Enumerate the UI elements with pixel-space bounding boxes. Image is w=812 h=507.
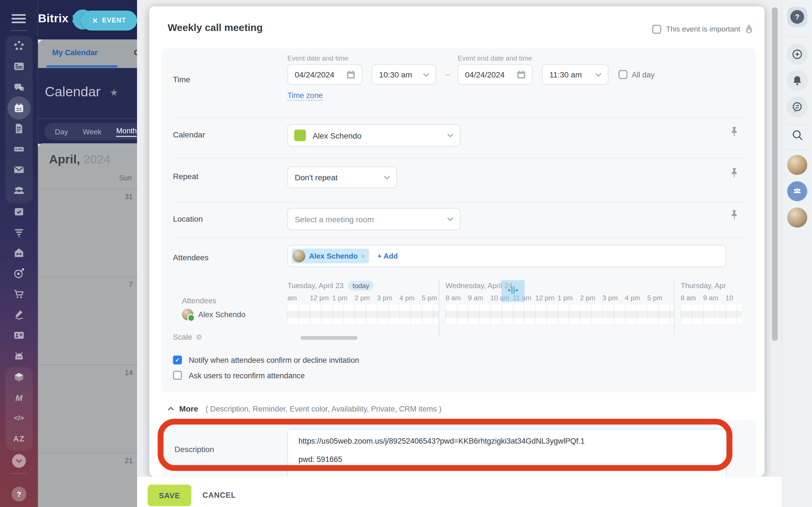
calendar-row-label: Calendar — [173, 130, 205, 139]
end-time-select[interactable]: 11:30 am — [542, 64, 608, 85]
hour-label: 10 — [725, 294, 742, 302]
documents-icon[interactable] — [13, 123, 25, 134]
day-header: Tuesday, April 23 — [287, 281, 343, 290]
bell-icon — [792, 75, 803, 87]
divider — [173, 237, 743, 238]
mail-icon[interactable] — [13, 164, 25, 175]
sales-icon[interactable] — [13, 288, 25, 300]
location-select[interactable]: Select a meeting room — [287, 208, 460, 230]
star-icon: ★ — [110, 87, 118, 99]
reconfirm-checkbox[interactable] — [173, 371, 182, 380]
calendar-day-cell: 7 — [38, 277, 137, 364]
modal-scrollbar[interactable] — [772, 7, 778, 341]
hub-icon[interactable] — [13, 40, 25, 52]
repeat-select-value: Don't repeat — [288, 173, 384, 182]
attendees-input[interactable]: Alex Schendo x + Add — [287, 245, 726, 267]
end-date-field[interactable]: 04/24/2024 — [458, 64, 532, 85]
pin-icon[interactable] — [730, 168, 738, 178]
drive-icon[interactable] — [13, 144, 25, 155]
attendee-chip[interactable]: Alex Schendo x — [292, 249, 369, 263]
day-number: 7 — [129, 280, 133, 289]
help-button[interactable]: ? — [787, 7, 807, 27]
pin-icon[interactable] — [730, 210, 738, 220]
sign-icon[interactable] — [13, 309, 25, 320]
end-time-value: 11:30 am — [543, 70, 595, 79]
timeline-attendees-label: Attendees — [182, 297, 216, 305]
market-icon[interactable] — [13, 247, 25, 259]
copilot-button[interactable] — [786, 44, 808, 65]
location-placeholder: Select a meeting room — [288, 215, 447, 224]
calendar-picker-icon[interactable] — [347, 70, 356, 79]
more-toggle[interactable]: More ( Description, Reminder, Event colo… — [168, 404, 442, 413]
az-icon[interactable]: AZ — [0, 434, 38, 443]
calendar-select[interactable]: Alex Schendo — [287, 124, 460, 147]
hour-label: 1 pm — [558, 294, 580, 302]
menu-icon[interactable] — [11, 14, 26, 25]
search-button[interactable] — [792, 129, 804, 144]
contact-card-icon[interactable] — [13, 329, 25, 341]
selected-time-slot[interactable] — [501, 280, 524, 302]
mobile-icon[interactable]: M — [0, 393, 38, 403]
logo-text: Bitrix — [38, 11, 69, 25]
availability-timeline[interactable]: Tuesday, April 23today am12 pm1 pm2 pm3 … — [287, 280, 742, 335]
automation-icon[interactable] — [13, 350, 25, 362]
developer-icon[interactable]: </> — [0, 414, 38, 422]
messenger-icon[interactable] — [13, 82, 25, 93]
calendar-day-cell: 31 — [38, 188, 137, 276]
timezone-link[interactable]: Time zone — [287, 91, 323, 101]
all-day-checkbox[interactable] — [619, 70, 627, 79]
close-icon[interactable]: ✕ — [92, 17, 98, 24]
today-badge: today — [348, 281, 374, 291]
more-apps-button[interactable] — [12, 454, 26, 468]
gear-icon[interactable]: ⚙ — [196, 333, 202, 341]
chat-button[interactable] — [786, 96, 808, 117]
hour-label: 1 pm — [332, 294, 354, 302]
repeat-select[interactable]: Don't repeat — [287, 166, 397, 188]
event-popup-button[interactable]: ✕ EVENT — [81, 10, 137, 31]
right-toolbar: ? — [782, 0, 812, 507]
save-button[interactable]: SAVE — [148, 485, 192, 506]
hour-label: am — [287, 294, 310, 302]
pin-icon[interactable] — [730, 126, 738, 137]
user-avatar[interactable] — [787, 155, 807, 175]
background-app: Bitrix 2 4 ✕ EVENT My Calendar C Calenda… — [38, 0, 137, 507]
marketing-icon[interactable] — [13, 268, 25, 279]
extensions-icon[interactable] — [13, 371, 25, 383]
time-row-label: Time — [173, 75, 190, 84]
timeline-grid[interactable] — [446, 304, 674, 324]
bitrix-logo: Bitrix 2 — [38, 11, 79, 25]
event-title[interactable]: Weekly call meeting — [168, 22, 263, 34]
resize-handle-icon[interactable] — [508, 286, 518, 294]
notifications-button[interactable] — [786, 70, 808, 91]
chevron-up-icon — [168, 406, 174, 411]
calendar-picker-icon[interactable] — [517, 70, 526, 79]
user-avatar-2[interactable] — [787, 208, 807, 228]
add-attendee-button[interactable]: + Add — [377, 252, 398, 260]
timeline-attendee-name: Alex Schendo — [198, 310, 245, 319]
repeat-row-label: Repeat — [173, 172, 198, 181]
newsfeed-icon[interactable] — [13, 61, 25, 72]
calendar-icon[interactable] — [13, 102, 25, 114]
timeline-grid[interactable] — [287, 304, 439, 324]
employees-icon[interactable] — [13, 184, 25, 196]
top-bar: Bitrix 2 4 ✕ EVENT — [38, 0, 137, 40]
crm-icon[interactable] — [13, 226, 25, 238]
tasks-icon[interactable] — [13, 206, 25, 217]
day-number: 21 — [124, 456, 133, 465]
tab-my-calendar: My Calendar — [52, 48, 98, 57]
divider — [173, 202, 743, 202]
modal-footer: SAVE CANCEL — [137, 476, 782, 507]
start-date-field[interactable]: 04/24/2024 — [287, 64, 362, 85]
group-chat-avatar[interactable] — [787, 181, 807, 201]
timeline-grid[interactable] — [680, 304, 742, 324]
notify-checkbox[interactable] — [173, 355, 182, 364]
cancel-button[interactable]: CANCEL — [202, 491, 236, 499]
hour-label: 4 pm — [625, 294, 647, 302]
divider — [785, 150, 809, 150]
timeline-scrollbar[interactable] — [301, 336, 357, 340]
important-checkbox[interactable] — [652, 24, 661, 34]
help-icon[interactable]: ? — [11, 487, 26, 501]
remove-attendee-icon[interactable]: x — [361, 253, 364, 259]
start-time-select[interactable]: 10:30 am — [371, 64, 436, 85]
view-option: Week — [83, 127, 101, 136]
